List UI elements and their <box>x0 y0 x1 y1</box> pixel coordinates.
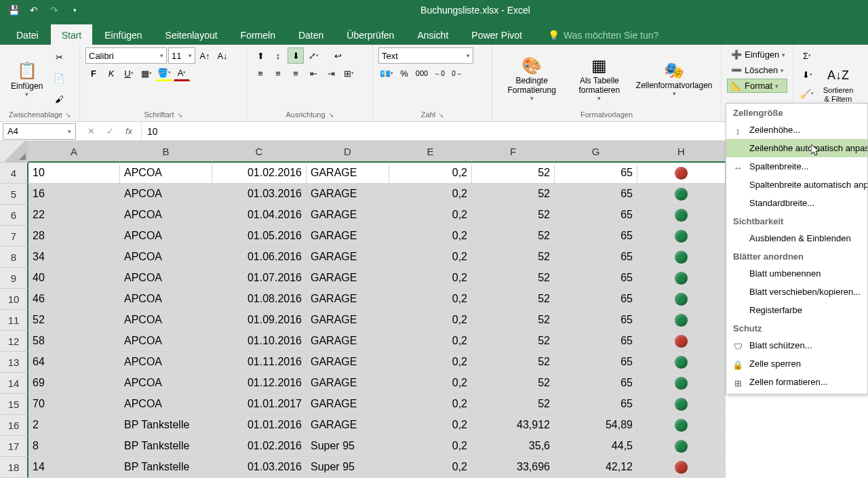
cell[interactable]: 42,12 <box>555 457 637 478</box>
cell[interactable]: 52 <box>472 205 555 226</box>
row-header[interactable]: 6 <box>0 205 28 226</box>
cell[interactable] <box>637 331 726 352</box>
paste-button[interactable]: 📋 Einfügen ▾ <box>5 47 48 109</box>
tab-ansicht[interactable]: Ansicht <box>406 24 459 45</box>
cell[interactable]: GARAGE <box>307 331 389 352</box>
cell[interactable]: 65 <box>555 226 637 247</box>
cell[interactable]: GARAGE <box>307 415 389 436</box>
cell[interactable]: 0,2 <box>389 415 472 436</box>
cell[interactable]: 52 <box>472 247 555 268</box>
cell[interactable]: 52 <box>472 289 555 310</box>
cell[interactable] <box>637 205 726 226</box>
menu-protect-sheet[interactable]: 🛡Blatt schützen... <box>726 336 867 354</box>
cell[interactable] <box>637 415 726 436</box>
cell[interactable]: APCOA <box>120 289 212 310</box>
accounting-format-icon[interactable]: 💶▾ <box>378 65 395 81</box>
number-format-combo[interactable]: Text▾ <box>378 47 473 64</box>
cell[interactable]: APCOA <box>120 268 212 289</box>
tab-start[interactable]: Start <box>51 24 93 45</box>
select-all-button[interactable] <box>0 141 28 163</box>
cell[interactable]: 52 <box>472 331 555 352</box>
tab-formeln[interactable]: Formeln <box>230 24 286 45</box>
cut-icon[interactable]: ✂ <box>51 49 67 66</box>
col-header-f[interactable]: F <box>472 141 555 163</box>
cell[interactable]: 43,912 <box>472 415 555 436</box>
cell[interactable]: APCOA <box>120 394 212 415</box>
cell[interactable]: GARAGE <box>307 247 389 268</box>
align-bottom-icon[interactable]: ⬇ <box>288 47 304 64</box>
cell[interactable]: APCOA <box>120 247 212 268</box>
align-left-icon[interactable]: ≡ <box>252 65 269 81</box>
decrease-decimal-icon[interactable]: 0→ <box>449 65 465 81</box>
clipboard-launcher[interactable]: ↘ <box>65 111 71 119</box>
cell[interactable]: 65 <box>555 268 637 289</box>
cell[interactable]: 44,5 <box>555 436 637 457</box>
menu-move-copy-sheet[interactable]: Blatt verschieben/kopieren... <box>726 283 867 301</box>
cell[interactable]: BP Tankstelle <box>120 415 212 436</box>
cell[interactable]: 65 <box>555 184 637 205</box>
cell[interactable]: 01.12.2016 <box>212 373 307 394</box>
cell[interactable]: 01.02.2016 <box>212 163 307 184</box>
cell[interactable]: 0,2 <box>389 331 472 352</box>
insert-cells-button[interactable]: ➕Einfügen▾ <box>727 47 787 62</box>
name-box[interactable]: A4▾ <box>3 123 76 140</box>
borders-button[interactable]: ▦▾ <box>138 65 155 81</box>
cell[interactable]: APCOA <box>120 331 212 352</box>
fill-icon[interactable]: ⬇▾ <box>799 66 815 83</box>
cell[interactable]: 52 <box>472 352 555 373</box>
orientation-icon[interactable]: ⤢▾ <box>305 47 321 64</box>
cell[interactable]: 52 <box>28 310 120 331</box>
cell[interactable]: 0,2 <box>389 205 472 226</box>
cell[interactable]: APCOA <box>120 163 212 184</box>
tab-ueberpruefen[interactable]: Überprüfen <box>336 24 405 45</box>
row-header[interactable]: 15 <box>0 394 28 415</box>
cell[interactable]: 52 <box>472 184 555 205</box>
cell[interactable]: 40 <box>28 268 120 289</box>
cell[interactable]: 34 <box>28 247 120 268</box>
cell[interactable]: 52 <box>472 373 555 394</box>
cell[interactable]: 65 <box>555 394 637 415</box>
menu-hide-unhide[interactable]: Ausblenden & Einblenden <box>726 229 867 247</box>
increase-indent-icon[interactable]: ⇥ <box>323 65 339 81</box>
cell[interactable]: BP Tankstelle <box>120 436 212 457</box>
cell[interactable] <box>637 163 726 184</box>
cell[interactable]: 46 <box>28 289 120 310</box>
cell[interactable] <box>637 373 726 394</box>
cell[interactable]: 65 <box>555 352 637 373</box>
row-header[interactable]: 14 <box>0 373 28 394</box>
row-header[interactable]: 9 <box>0 268 28 289</box>
cell[interactable]: 33,696 <box>472 457 555 478</box>
menu-column-width[interactable]: ↔Spaltenbreite... <box>726 157 867 176</box>
italic-button[interactable]: K <box>103 65 119 81</box>
cell[interactable]: 0,2 <box>389 373 472 394</box>
comma-format-icon[interactable]: 000 <box>414 65 430 81</box>
cell[interactable]: 64 <box>28 352 120 373</box>
cell[interactable]: APCOA <box>120 184 212 205</box>
cell[interactable] <box>637 310 726 331</box>
qat-more-icon[interactable]: ▾ <box>66 2 83 18</box>
cell[interactable] <box>637 436 726 457</box>
increase-font-icon[interactable]: A↑ <box>197 47 213 64</box>
cell[interactable] <box>637 289 726 310</box>
undo-icon[interactable]: ↶ <box>26 2 42 18</box>
col-header-e[interactable]: E <box>389 141 472 163</box>
cell[interactable]: 01.06.2016 <box>212 247 307 268</box>
cell[interactable]: 2 <box>28 415 120 436</box>
cell[interactable]: GARAGE <box>307 163 389 184</box>
row-header[interactable]: 5 <box>0 184 28 205</box>
cell[interactable] <box>637 184 726 205</box>
col-header-c[interactable]: C <box>212 141 307 163</box>
tell-me-search[interactable]: 💡 Was möchten Sie tun? <box>548 30 658 45</box>
cell[interactable]: 01.09.2016 <box>212 310 307 331</box>
insert-function-icon[interactable]: fx <box>122 125 136 138</box>
tab-seitenlayout[interactable]: Seitenlayout <box>155 24 229 45</box>
cell[interactable]: 01.01.2016 <box>212 415 307 436</box>
cell[interactable]: 0,2 <box>389 457 472 478</box>
row-header[interactable]: 12 <box>0 331 28 352</box>
menu-default-width[interactable]: Standardbreite... <box>726 194 867 212</box>
cell[interactable]: GARAGE <box>307 310 389 331</box>
cell[interactable]: 69 <box>28 373 120 394</box>
col-header-g[interactable]: G <box>555 141 637 163</box>
cell[interactable]: Super 95 <box>307 436 389 457</box>
cell[interactable]: 14 <box>28 457 120 478</box>
